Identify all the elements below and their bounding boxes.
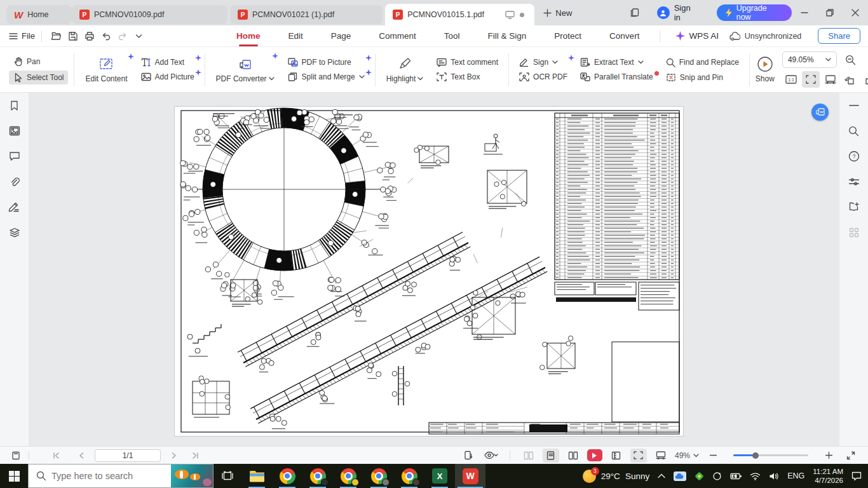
prev-page-button[interactable] <box>73 449 90 463</box>
search-panel-button[interactable] <box>839 118 868 144</box>
taskbar-search[interactable] <box>28 464 214 488</box>
settings-panel-button[interactable] <box>839 169 868 194</box>
layers-panel-button[interactable] <box>0 220 29 245</box>
last-page-button[interactable] <box>187 449 204 463</box>
redo-button[interactable] <box>114 29 131 44</box>
tray-onedrive[interactable] <box>674 471 686 481</box>
taskbar-file-explorer[interactable] <box>241 464 272 488</box>
actual-size-button[interactable]: 1:1 <box>782 71 800 88</box>
snip-pin-button[interactable]: Snip and Pin <box>661 71 743 84</box>
close-button[interactable] <box>843 0 868 25</box>
tab-list-button[interactable] <box>627 5 643 20</box>
fit-width-button[interactable] <box>822 71 839 88</box>
zoom-out-button[interactable] <box>842 51 860 68</box>
attachments-panel-button[interactable] <box>0 169 29 194</box>
fit-screen-button[interactable] <box>630 449 647 463</box>
tab-doc-2[interactable]: P PCMNOV01021 (1).pdf <box>230 5 383 24</box>
save-button[interactable] <box>65 29 81 44</box>
chevron-down-icon[interactable] <box>693 454 699 458</box>
tray-expand-button[interactable] <box>658 473 665 478</box>
fullscreen-button[interactable] <box>843 449 859 463</box>
fit-page-button[interactable] <box>802 71 820 88</box>
view-mode-button[interactable] <box>483 449 499 463</box>
start-button[interactable] <box>0 464 28 488</box>
tab-ribbon-edit[interactable]: Edit <box>274 25 316 47</box>
new-tab-button[interactable]: New <box>543 8 572 18</box>
tab-ribbon-comment[interactable]: Comment <box>365 25 430 47</box>
pdf-to-picture-button[interactable]: PDF to Picture <box>283 56 369 69</box>
open-button[interactable] <box>48 29 65 44</box>
print-button[interactable] <box>81 29 98 44</box>
search-highlight-image[interactable] <box>171 464 213 487</box>
comments-panel-button[interactable] <box>0 144 29 169</box>
action-center-button[interactable] <box>851 471 862 481</box>
tray-language[interactable]: ENG <box>787 471 804 480</box>
tray-wifi[interactable] <box>750 472 761 480</box>
rotate-left-button[interactable] <box>841 71 859 88</box>
first-page-button[interactable] <box>48 449 64 463</box>
find-replace-button[interactable]: Find and Replace <box>661 56 743 69</box>
apps-grid-button[interactable] <box>839 220 868 245</box>
sign-button[interactable]: Sign <box>515 56 572 69</box>
share-button[interactable]: Share <box>818 28 860 44</box>
presentation-play-button[interactable] <box>587 449 602 461</box>
single-page-view-button[interactable] <box>543 449 559 463</box>
tab-ribbon-convert[interactable]: Convert <box>595 25 653 47</box>
taskbar-excel[interactable]: X <box>424 464 455 488</box>
add-text-button[interactable]: Add Text <box>137 56 199 69</box>
taskbar-chrome-4[interactable] <box>363 464 394 488</box>
bookmarks-panel-button[interactable] <box>0 93 29 118</box>
tray-app-ring[interactable] <box>712 471 722 481</box>
zoom-in-slider-button[interactable] <box>820 449 837 463</box>
file-menu-button[interactable]: File <box>9 31 35 41</box>
highlight-button[interactable]: Highlight <box>381 54 429 86</box>
parallel-translate-button[interactable]: Parallel Translate <box>576 71 658 83</box>
two-page-view-button[interactable] <box>565 449 581 463</box>
signatures-panel-button[interactable] <box>0 194 29 220</box>
restore-button[interactable] <box>817 0 843 25</box>
minimize-button[interactable] <box>792 0 817 25</box>
pdf-page[interactable] <box>175 107 683 436</box>
tab-doc-3-active[interactable]: P PCMNOV01015.1.pdf <box>385 4 534 25</box>
pdf-converter-button[interactable]: PDF Converter <box>211 54 280 86</box>
zoom-out-slider-button[interactable] <box>705 449 721 463</box>
taskbar-chrome-1[interactable] <box>272 464 302 488</box>
tray-volume[interactable] <box>769 472 779 480</box>
next-page-button[interactable] <box>166 449 182 463</box>
tab-ribbon-fill-sign[interactable]: Fill & Sign <box>474 25 541 47</box>
upgrade-now-button[interactable]: Upgrade now <box>717 4 792 21</box>
page-layout-button[interactable] <box>8 449 24 463</box>
ocr-pdf-button[interactable]: OCR PDF <box>515 71 572 83</box>
zoom-slider[interactable] <box>733 454 808 456</box>
tray-clock[interactable]: 11:21 AM 4/7/2026 <box>813 467 843 485</box>
taskbar-search-input[interactable] <box>51 471 166 481</box>
show-play-button[interactable]: Show <box>756 56 775 83</box>
taskbar-chrome-3[interactable] <box>333 464 363 488</box>
notes-panel-button[interactable] <box>839 194 868 220</box>
taskbar-chrome-2[interactable] <box>302 464 333 488</box>
send-to-device-button[interactable] <box>461 449 477 463</box>
zoom-in-button[interactable] <box>865 51 868 68</box>
text-comment-button[interactable]: Text comment <box>432 56 503 69</box>
taskbar-wps[interactable]: W <box>455 464 485 488</box>
text-box-button[interactable]: Text Box <box>432 71 503 83</box>
sign-in-button[interactable]: Sign in <box>657 3 699 22</box>
taskbar-chrome-5[interactable] <box>394 464 424 488</box>
split-merge-button[interactable]: Split and Merge <box>283 71 369 83</box>
continuous-view-button[interactable] <box>520 449 537 463</box>
fit-width-status-button[interactable] <box>653 449 669 463</box>
tab-ribbon-page[interactable]: Page <box>317 25 365 47</box>
tray-battery[interactable] <box>730 473 742 480</box>
tab-home[interactable]: W Home <box>6 5 72 24</box>
thumbnails-panel-button[interactable] <box>0 118 29 144</box>
tab-doc-1[interactable]: P PCMNOV01009.pdf <box>72 5 227 24</box>
add-picture-button[interactable]: Add Picture <box>137 71 199 83</box>
pan-tool-button[interactable]: Pan <box>9 55 68 69</box>
pdf-to-word-float-button[interactable] <box>811 104 829 121</box>
wps-ai-button[interactable]: WPS AI <box>675 31 719 41</box>
edit-content-button[interactable]: Edit Content <box>80 54 132 86</box>
undo-button[interactable] <box>98 29 114 44</box>
collapse-panel-button[interactable] <box>839 93 868 118</box>
tray-antivirus[interactable] <box>695 471 704 481</box>
zoom-slider-knob[interactable] <box>752 452 759 459</box>
